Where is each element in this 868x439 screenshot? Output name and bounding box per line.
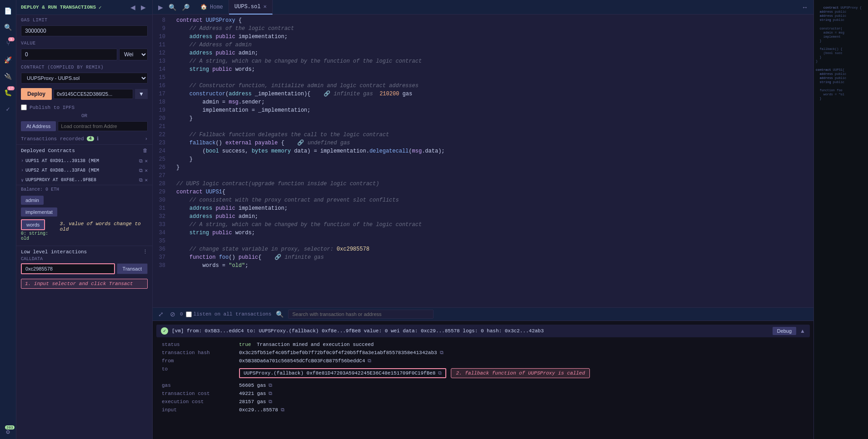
- search-nav-icon[interactable]: 🔍: [1, 20, 15, 35]
- low-level-info-icon: ⋮: [143, 249, 148, 255]
- deploy-panel-prev[interactable]: ◀: [129, 3, 137, 12]
- deploy-button[interactable]: Deploy: [21, 88, 52, 100]
- from-copy-icon[interactable]: ⧉: [368, 358, 371, 364]
- code-content: (bool success, bytes memory data) = impl…: [176, 147, 813, 155]
- tx-hash-copy-icon[interactable]: ⧉: [440, 350, 444, 355]
- plugin-nav-icon[interactable]: 🔌: [1, 69, 15, 84]
- deploy-addr-input[interactable]: [54, 89, 133, 99]
- zoom-out-btn[interactable]: 🔎: [180, 3, 191, 12]
- run-btn[interactable]: ▶: [156, 3, 165, 12]
- listen-checkbox[interactable]: [186, 311, 192, 317]
- gas-limit-label: GAS LIMIT: [16, 15, 152, 24]
- uupsproxy-delete-icon[interactable]: ✕: [145, 177, 148, 183]
- minimap-content: contract UUPSProxy { address public addr…: [814, 0, 868, 107]
- terminal-toolbar: ⤢ ⊘ 0 listen on all transactions 🔍: [153, 308, 813, 321]
- calldata-label: CALLDATA: [21, 256, 148, 261]
- search-term-btn[interactable]: 🔍: [274, 310, 285, 319]
- transactions-row: Transactions recorded 4 ℹ ›: [16, 133, 152, 144]
- uups1-delete-icon[interactable]: ✕: [145, 158, 148, 164]
- tx-hash-val: 0x3c25fb51ef4c05f1bef0b7f72bf0c9f4f20b5f…: [239, 350, 804, 355]
- deploy-panel-next[interactable]: ▶: [139, 3, 148, 12]
- test-nav-icon[interactable]: ✓: [1, 102, 15, 116]
- code-line: 14 string public words;: [153, 65, 813, 74]
- line-number: 25: [153, 155, 171, 163]
- code-content: admin = msg.sender;: [176, 98, 813, 106]
- terminal-clear-btn[interactable]: ⊘: [168, 310, 177, 319]
- line-number: 37: [153, 253, 171, 261]
- uupsproxy-copy-icon[interactable]: ⧉: [139, 178, 143, 183]
- code-line: 25 }: [153, 155, 813, 163]
- code-content: string public words;: [176, 65, 813, 74]
- uupsproxy-address: UUPSPROXY AT 0XF8E...9FBE8: [25, 178, 137, 183]
- value-unit-select[interactable]: Wei Gwei Ether: [119, 49, 148, 60]
- calldata-row: Transact: [21, 263, 148, 274]
- debug-button[interactable]: Debug: [773, 327, 796, 335]
- input-copy-icon[interactable]: ⧉: [281, 407, 284, 413]
- code-content: // A string, which can be changed by the…: [176, 57, 813, 65]
- code-content: contract UUPSProxy {: [176, 16, 813, 25]
- debug-nav-icon[interactable]: 🐛 17: [1, 85, 15, 100]
- code-content: }: [176, 155, 813, 163]
- code-line: 17 constructor(address _implementation){…: [153, 90, 813, 98]
- calldata-input[interactable]: [21, 263, 115, 274]
- code-editor[interactable]: 8 contract UUPSProxy { 9 // Address of t…: [153, 15, 813, 307]
- tx-cost-val: 49221 gas ⧉: [239, 391, 804, 396]
- to-val-container: UUPSProxy.(fallback) 0xf8e81D47203A59422…: [239, 366, 804, 380]
- value-input[interactable]: [21, 49, 117, 60]
- settings-nav-icon[interactable]: ⚙ 203: [1, 424, 15, 439]
- to-copy-icon[interactable]: ⧉: [438, 370, 442, 376]
- load-contract-input[interactable]: [58, 121, 148, 131]
- code-content: address public admin;: [176, 212, 813, 221]
- uups2-copy-icon[interactable]: ⧉: [139, 168, 143, 173]
- deploy-btn-row: Deploy ▼: [16, 85, 152, 103]
- exec-cost-copy-icon[interactable]: ⧉: [269, 399, 272, 404]
- gas-limit-input[interactable]: [21, 25, 148, 36]
- admin-button[interactable]: admin: [21, 196, 44, 205]
- terminal-expand-btn[interactable]: ⤢: [156, 310, 165, 319]
- line-number: 34: [153, 229, 171, 237]
- uups-sol-tab[interactable]: UUPS.sol ✕: [229, 0, 273, 15]
- code-content: address public implementation;: [176, 33, 813, 41]
- code-content: words = "old";: [176, 261, 813, 270]
- deploy-nav-icon[interactable]: 🚀: [1, 53, 15, 67]
- transactions-arrow[interactable]: ›: [145, 136, 148, 142]
- code-line: 27: [153, 172, 813, 180]
- search-term-input[interactable]: [288, 310, 434, 319]
- code-line: 28 // UUPS logic contract(upgrade functi…: [153, 180, 813, 188]
- uups1-copy-icon[interactable]: ⧉: [139, 158, 143, 164]
- home-icon: 🏠: [200, 4, 207, 10]
- resize-icon[interactable]: ↔: [800, 3, 810, 12]
- uups2-chevron[interactable]: ›: [21, 168, 24, 173]
- file-nav-icon[interactable]: 📄: [1, 4, 15, 18]
- line-number: 27: [153, 172, 171, 180]
- code-content: // Address of the logic contract: [176, 25, 813, 33]
- gas-copy-icon[interactable]: ⧉: [269, 383, 272, 388]
- words-button[interactable]: words: [21, 219, 45, 230]
- line-number: 35: [153, 237, 171, 245]
- code-line: 24 (bool success, bytes memory data) = i…: [153, 147, 813, 155]
- right-minimap-panel: contract UUPSProxy { address public addr…: [813, 0, 868, 439]
- at-address-button[interactable]: At Address: [21, 121, 56, 131]
- uups-sol-close-icon[interactable]: ✕: [263, 3, 266, 10]
- uupsproxy-chevron[interactable]: ∨: [21, 178, 24, 183]
- deploy-chevron[interactable]: ▼: [135, 89, 148, 99]
- implementat-button[interactable]: implementat: [21, 207, 57, 217]
- line-number: 28: [153, 180, 171, 188]
- git-nav-icon[interactable]: ⑂ 3: [1, 36, 15, 51]
- line-number: 26: [153, 163, 171, 172]
- tx-cost-copy-icon[interactable]: ⧉: [269, 391, 272, 396]
- log-expand-btn[interactable]: ▲: [800, 328, 805, 334]
- delete-contracts-icon[interactable]: 🗑: [143, 148, 148, 153]
- line-number: 14: [153, 65, 171, 74]
- transact-button[interactable]: Transact: [117, 263, 148, 274]
- code-content: // Constructor function, initialize admi…: [176, 82, 813, 90]
- tab-controls: ▶ 🔍 🔎: [153, 3, 195, 12]
- zoom-in-btn[interactable]: 🔍: [167, 3, 178, 12]
- uups1-address: UUPS1 AT 0XD91...39138 (MEM: [25, 158, 137, 163]
- listen-checkbox-row: listen on all transactions: [186, 311, 272, 317]
- home-tab[interactable]: 🏠 Home: [195, 0, 229, 15]
- uups1-chevron[interactable]: ›: [21, 158, 24, 163]
- uups2-delete-icon[interactable]: ✕: [145, 168, 148, 173]
- publish-checkbox[interactable]: [21, 104, 27, 110]
- contract-select[interactable]: UUPSProxy - UUPS.sol: [21, 73, 148, 84]
